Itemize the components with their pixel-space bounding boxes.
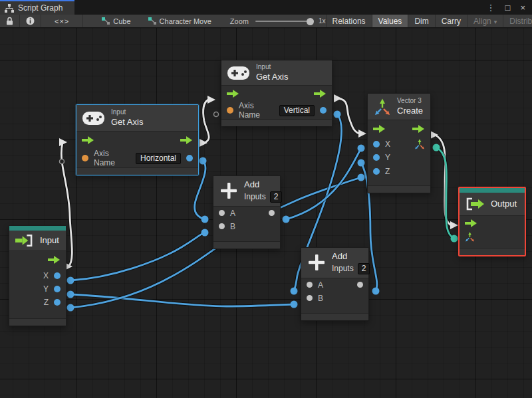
gamepad-icon (227, 66, 249, 80)
toggle-dim[interactable]: Dim (408, 15, 434, 27)
port-y-output[interactable] (54, 286, 61, 292)
inputs-count-field[interactable]: 2 (358, 263, 370, 274)
node-output-event[interactable]: Output (458, 187, 526, 256)
value-output-port[interactable] (186, 155, 193, 161)
node-footer (76, 167, 198, 175)
port-label: Y (43, 284, 49, 294)
port-z-output[interactable] (54, 299, 61, 306)
port-a-input[interactable] (219, 210, 225, 216)
gamepad-icon (82, 112, 104, 125)
node-title: Create (397, 106, 423, 117)
port-b-input[interactable] (219, 223, 225, 229)
node-footer (301, 313, 368, 320)
lock-icon (6, 17, 13, 25)
align-dropdown[interactable]: Align▾ (467, 15, 503, 27)
breadcrumb-label: Cube (113, 17, 130, 25)
sum-output-port[interactable] (269, 210, 275, 216)
zoom-slider[interactable] (255, 21, 314, 22)
window-menu-button[interactable]: ⋮ (487, 3, 495, 13)
port-a-input[interactable] (307, 282, 313, 288)
flow-output-arrow[interactable] (48, 256, 61, 264)
tab-title: Script Graph (18, 3, 63, 13)
value-output-port[interactable] (320, 107, 327, 114)
breadcrumb-cube[interactable]: Cube (98, 15, 134, 27)
flow-output-arrow[interactable] (412, 125, 425, 133)
input-event-icon (15, 234, 33, 247)
port-label: A (230, 209, 235, 218)
zoom-slider-handle[interactable] (307, 18, 314, 25)
node-input-event[interactable]: Input X Y Z (9, 225, 66, 326)
inputs-count-field[interactable]: 2 (270, 191, 283, 203)
port-label: Y (385, 153, 390, 162)
port-x-input[interactable] (373, 141, 380, 148)
output-event-icon (466, 197, 484, 211)
axis-name-field[interactable]: Horizontal (136, 153, 181, 164)
add-icon (219, 181, 238, 200)
add-icon (307, 253, 326, 272)
node-add-2[interactable]: Add Inputs2 A B (301, 247, 369, 321)
lock-button[interactable] (0, 15, 20, 27)
axis-name-input-port[interactable] (82, 155, 88, 161)
node-title: Get Axis (111, 117, 143, 128)
graph-tab-icon (5, 4, 14, 13)
script-graph-asset-icon (148, 17, 156, 25)
breadcrumb-character-move[interactable]: Character Move (144, 15, 215, 27)
toggle-carry[interactable]: Carry (435, 15, 467, 27)
port-label: A (318, 280, 323, 290)
node-get-axis-horizontal[interactable]: Input Get Axis Axis Name Horizontal (76, 104, 199, 175)
view-toggles: Relations Values Dim Carry Align▾ Distri… (326, 15, 532, 27)
node-get-axis-vertical[interactable]: Input Get Axis Axis Name Vertical (221, 60, 332, 126)
port-z-input[interactable] (373, 168, 380, 175)
node-subtitle: Input (111, 108, 143, 117)
port-y-input[interactable] (373, 154, 380, 161)
port-x-output[interactable] (54, 272, 61, 279)
breadcrumb-label: Character Move (160, 17, 211, 25)
maximize-button[interactable]: □ (505, 3, 511, 13)
edit-code-button[interactable]: <×> (41, 15, 83, 27)
node-vector3-create[interactable]: Vector 3 Create X Y Z (367, 93, 431, 193)
distribute-dropdown[interactable]: Distribute▾ (503, 15, 532, 27)
port-label: B (230, 222, 235, 231)
flow-input-arrow[interactable] (82, 136, 94, 144)
event-node-strip (9, 226, 66, 231)
info-icon (26, 17, 35, 25)
info-button[interactable] (20, 15, 41, 27)
port-b-input[interactable] (307, 295, 313, 301)
node-title: Add (244, 179, 282, 191)
axis-name-field[interactable]: Vertical (279, 105, 315, 116)
sum-output-port[interactable] (357, 282, 363, 288)
port-label: Z (385, 167, 390, 176)
close-button[interactable]: × (520, 3, 525, 13)
node-footer (213, 241, 280, 249)
node-add-1[interactable]: Add Inputs2 A B (213, 175, 281, 249)
window-controls: ⋮ □ × (480, 0, 532, 15)
tab-bar: Script Graph ⋮ □ × (0, 0, 532, 15)
param-label: Axis Name (94, 149, 130, 167)
toggle-values[interactable]: Values (372, 15, 408, 27)
event-node-strip (460, 188, 525, 193)
axis-name-input-port[interactable] (227, 107, 233, 114)
flow-input-arrow[interactable] (465, 219, 477, 227)
node-title: Add (332, 251, 370, 262)
graph-toolbar: <×> Cube Character Move Zoom 1x (0, 15, 532, 28)
flow-output-arrow[interactable] (314, 90, 327, 98)
inputs-label: Inputs (244, 192, 266, 201)
node-footer (221, 119, 332, 126)
flow-input-arrow[interactable] (227, 90, 239, 98)
node-title: Get Axis (256, 72, 288, 83)
tab-script-graph[interactable]: Script Graph (0, 0, 74, 15)
port-label: X (385, 140, 390, 149)
port-label: Z (44, 298, 49, 307)
vector3-input-port[interactable] (465, 232, 475, 242)
vector3-output-port[interactable] (414, 139, 425, 149)
port-label: B (318, 294, 323, 303)
flow-input-arrow[interactable] (373, 125, 386, 133)
node-subtitle: Input (256, 63, 288, 72)
script-graph-asset-icon (102, 17, 110, 25)
flow-output-arrow[interactable] (180, 136, 193, 144)
node-title: Input (40, 235, 59, 247)
node-subtitle: Vector 3 (397, 97, 423, 106)
inputs-label: Inputs (332, 264, 354, 273)
zoom-label: Zoom (230, 17, 249, 25)
toggle-relations[interactable]: Relations (326, 15, 372, 27)
